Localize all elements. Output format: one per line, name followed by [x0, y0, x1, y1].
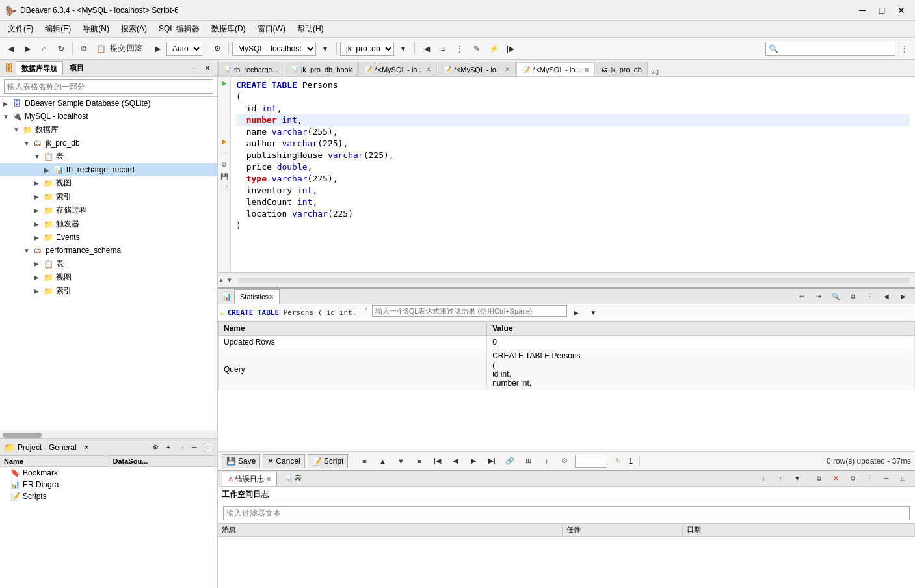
- filter-dropdown[interactable]: ▼: [585, 305, 601, 321]
- bottom-first-btn[interactable]: |◀: [429, 453, 445, 469]
- toolbar-btn-5[interactable]: ⚡: [486, 41, 501, 57]
- project-nav-btn[interactable]: →: [176, 442, 187, 453]
- filter-run-btn[interactable]: ▶: [568, 305, 584, 321]
- tree-item-perf-schema[interactable]: ▼ 🗂 performance_schema: [0, 244, 217, 257]
- toolbar-btn-6[interactable]: |▶: [503, 41, 518, 57]
- auto-commit-select[interactable]: Auto: [166, 42, 202, 56]
- project-add-btn[interactable]: +: [163, 442, 174, 453]
- table-row[interactable]: Updated Rows 0: [219, 336, 915, 349]
- gutter-save-icon[interactable]: 💾: [218, 170, 230, 182]
- paste-button[interactable]: 📋: [93, 41, 109, 57]
- stats-prev-btn[interactable]: ◀: [879, 289, 894, 304]
- menu-navigate[interactable]: 导航(N): [77, 22, 114, 36]
- maximize-button[interactable]: □: [873, 4, 890, 17]
- error-clear-btn[interactable]: ✕: [828, 471, 843, 487]
- back-button[interactable]: ◀: [3, 41, 18, 57]
- bottom-grid-btn[interactable]: ⊞: [520, 453, 536, 469]
- run-button[interactable]: ▶: [150, 41, 165, 57]
- pagination-input[interactable]: 200: [575, 455, 607, 468]
- error-export-btn[interactable]: ↓: [756, 471, 771, 487]
- tab-jk-pro-db[interactable]: 🗂 jk_pro_db: [596, 62, 648, 76]
- refresh-button[interactable]: ↻: [53, 41, 69, 57]
- tab-close-icon[interactable]: ✕: [584, 66, 589, 74]
- toolbar-btn-4[interactable]: ✎: [469, 41, 484, 57]
- bottom-prev-btn[interactable]: ◀: [447, 453, 463, 469]
- panel-close-btn[interactable]: ✕: [202, 62, 213, 74]
- error-btn-2[interactable]: ⋮: [862, 471, 877, 487]
- bottom-btn-3[interactable]: ▼: [393, 453, 408, 469]
- error-filter-input[interactable]: [223, 506, 910, 520]
- error-tab-close[interactable]: ✕: [266, 475, 271, 483]
- cancel-btn[interactable]: ✕ Cancel: [263, 454, 304, 468]
- tab-tb-recharge[interactable]: 📊 tb_recharge...: [218, 62, 284, 76]
- toolbar-btn-1[interactable]: |◀: [418, 41, 434, 57]
- bottom-link-btn[interactable]: 🔗: [502, 453, 518, 469]
- stats-btn-1[interactable]: ↩: [794, 289, 810, 304]
- tab-table[interactable]: 📊 表: [280, 472, 307, 486]
- bottom-settings-btn[interactable]: ⚙: [557, 453, 572, 469]
- nav-search-input[interactable]: [4, 79, 213, 94]
- toolbar-btn-3[interactable]: ⋮: [452, 41, 468, 57]
- tree-item-jk-pro-db[interactable]: ▼ 🗂 jk_pro_db: [0, 137, 217, 150]
- minimize-button[interactable]: ─: [854, 4, 871, 17]
- error-export2-btn[interactable]: ↑: [773, 471, 788, 487]
- bottom-next-btn[interactable]: ▶: [466, 453, 481, 469]
- rollback-button[interactable]: 回滚: [127, 41, 142, 57]
- stats-btn-3[interactable]: 🔍: [828, 289, 843, 304]
- project-item-bookmark[interactable]: 🔖 Bookmark: [0, 467, 217, 479]
- sql-filter-input[interactable]: [372, 305, 567, 317]
- run-icon-2[interactable]: ▶: [218, 135, 230, 147]
- gutter-script-icon[interactable]: 📄: [218, 182, 230, 194]
- tree-item-views[interactable]: ▶ 📁 视图: [0, 176, 217, 190]
- run-icon-1[interactable]: ▶: [218, 77, 230, 88]
- stats-data-table[interactable]: Name Value Updated Rows 0 Query CREATE: [218, 321, 915, 451]
- tab-mysql-2[interactable]: 📝 *<MySQL - lo... ✕: [438, 62, 516, 76]
- global-search[interactable]: [765, 42, 895, 56]
- tree-item-databases[interactable]: ▼ 📁 数据库: [0, 123, 217, 137]
- tab-close-icon[interactable]: ✕: [426, 66, 431, 73]
- error-dropdown-btn[interactable]: ▼: [789, 471, 805, 487]
- connection-dropdown[interactable]: ▼: [317, 41, 333, 57]
- tree-item-triggers[interactable]: ▶ 📁 触发器: [0, 217, 217, 231]
- tab-db-navigator[interactable]: 数据库导航: [16, 61, 63, 75]
- tree-item-tb-recharge[interactable]: ▶ 📊 tb_recharge_record: [0, 163, 217, 176]
- menu-edit[interactable]: 编辑(E): [40, 22, 76, 36]
- bottom-export-btn[interactable]: ↑: [538, 453, 554, 469]
- stats-btn-2[interactable]: ↪: [811, 289, 827, 304]
- settings-button[interactable]: ⚙: [209, 41, 225, 57]
- tab-mysql-1[interactable]: 📝 *<MySQL - lo... ✕: [358, 62, 436, 76]
- bottom-btn-4[interactable]: ≡: [411, 453, 427, 469]
- menu-help[interactable]: 帮助(H): [292, 22, 329, 36]
- tab-project[interactable]: 项目: [64, 61, 89, 75]
- stats-tab-close[interactable]: ✕: [269, 293, 274, 301]
- tab-jk-pro-book[interactable]: 📊 jk_pro_db_book: [285, 62, 358, 76]
- save-btn[interactable]: 💾 Save: [222, 454, 260, 468]
- copy-button[interactable]: ⧉: [76, 41, 92, 57]
- schema-dropdown[interactable]: ▼: [395, 41, 411, 57]
- bottom-btn-2[interactable]: ▲: [375, 453, 390, 469]
- tree-item-tables[interactable]: ▼ 📋 表: [0, 150, 217, 163]
- error-copy-btn[interactable]: ⧉: [811, 471, 827, 487]
- project-collapse-btn[interactable]: ─: [189, 442, 200, 453]
- schema-select[interactable]: jk_pro_db: [340, 42, 394, 56]
- bottom-last-btn[interactable]: ▶|: [484, 453, 499, 469]
- code-content[interactable]: CREATE TABLE Persons ( id int, number in…: [231, 77, 915, 272]
- bottom-btn-1[interactable]: ≡: [356, 453, 372, 469]
- error-btn-1[interactable]: ⚙: [845, 471, 860, 487]
- project-item-scripts[interactable]: 📝 Scripts: [0, 490, 217, 502]
- project-tree[interactable]: 🔖 Bookmark 📊 ER Diagra 📝 Scripts: [0, 467, 217, 588]
- submit-button[interactable]: 提交: [110, 41, 126, 57]
- project-close-icon[interactable]: ✕: [81, 442, 92, 453]
- gutter-copy-icon[interactable]: ⧉: [218, 159, 230, 170]
- tab-mysql-3-active[interactable]: 📝 *<MySQL - lo... ✕: [516, 62, 594, 77]
- connection-select[interactable]: MySQL - localhost: [232, 42, 316, 56]
- table-row[interactable]: Query CREATE TABLE Persons ( id int, num…: [219, 349, 915, 390]
- menu-window[interactable]: 窗口(W): [252, 22, 291, 36]
- home-button[interactable]: ⌂: [36, 41, 52, 57]
- error-max[interactable]: □: [895, 471, 911, 487]
- menu-file[interactable]: 文件(F): [3, 22, 38, 36]
- more-button[interactable]: ⋮: [897, 41, 912, 57]
- tree-item-dbeaver-sample[interactable]: ▶ 🗄 DBeaver Sample Database (SQLite): [0, 97, 217, 110]
- tree-item-perf-indexes[interactable]: ▶ 📁 索引: [0, 284, 217, 298]
- toolbar-btn-2[interactable]: ≡: [435, 41, 451, 57]
